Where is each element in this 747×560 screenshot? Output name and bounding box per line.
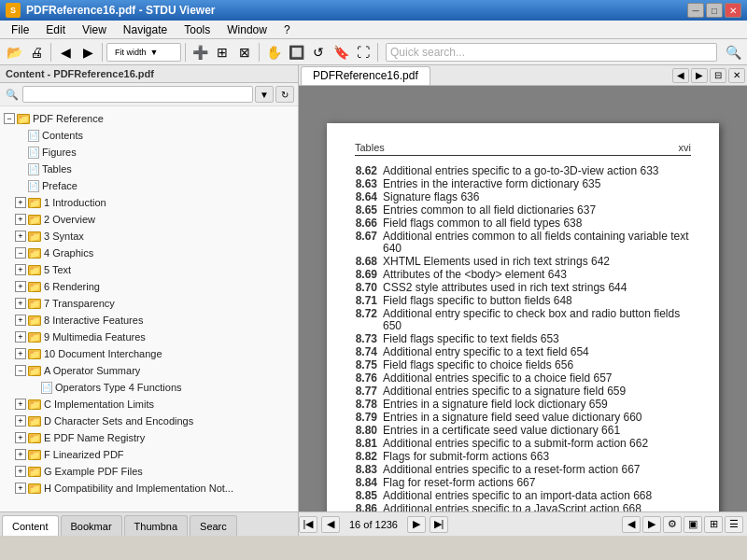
- tree-item-10docinterchange[interactable]: + 📁 10 Document Interchange: [0, 345, 298, 362]
- tree-item-8interactive[interactable]: + 📁 8 Interactive Features: [0, 312, 298, 329]
- tree-search-options[interactable]: ▼: [255, 86, 274, 103]
- hand-tool-button[interactable]: ✋: [263, 42, 284, 63]
- expand-icon[interactable]: −: [15, 247, 26, 259]
- prev-page-button[interactable]: ◀: [55, 42, 76, 63]
- menu-edit[interactable]: Edit: [38, 21, 73, 38]
- expand-icon[interactable]: +: [15, 281, 26, 292]
- expand-icon[interactable]: +: [15, 331, 26, 343]
- quick-search-box[interactable]: Quick search...: [386, 43, 717, 62]
- prev-page-button[interactable]: ◀: [321, 516, 340, 533]
- root-expand-icon[interactable]: −: [4, 113, 15, 124]
- expand-icon[interactable]: +: [15, 348, 26, 359]
- tree-item-4graphics[interactable]: − 📁 4 Graphics: [0, 245, 298, 261]
- tree-item-H[interactable]: + 📁 H Compatibility and Implementation N…: [0, 480, 298, 497]
- tree-item-6rendering[interactable]: + 📁 6 Rendering: [0, 278, 298, 295]
- table-row: 8.82Flags for submit-form actions 663: [355, 451, 691, 463]
- tab-bookmark[interactable]: Bookmar: [61, 515, 122, 536]
- tree-item-1intro[interactable]: + 📁 1 Introduction: [0, 194, 298, 211]
- table-num: 8.72: [355, 308, 383, 332]
- doc-tab-label: PDFReference16.pdf: [313, 69, 418, 82]
- table-desc: Additional entry specific to check box a…: [383, 308, 691, 332]
- prev-mark-button[interactable]: ◀: [622, 516, 641, 533]
- tree-item-D[interactable]: + 📁 D Character Sets and Encodings: [0, 413, 298, 429]
- print-button[interactable]: 🖨: [26, 42, 47, 63]
- doc-scroll[interactable]: Tables xvi 8.62Additional entries specif…: [299, 114, 747, 511]
- expand-icon[interactable]: +: [15, 264, 26, 275]
- tree-item-3syntax[interactable]: + 📁 3 Syntax: [0, 228, 298, 245]
- tree-item-A[interactable]: − 📁 A Operator Summary: [0, 362, 298, 379]
- zoom-out-button[interactable]: ➕: [190, 42, 210, 63]
- expand-icon[interactable]: +: [15, 231, 26, 242]
- tree-root[interactable]: − 📁 PDF Reference: [0, 110, 298, 127]
- expand-icon[interactable]: −: [15, 365, 26, 376]
- settings-button[interactable]: ⚙: [663, 516, 682, 533]
- minimize-button[interactable]: ─: [687, 3, 704, 18]
- fit-mode-dropdown[interactable]: Fit width ▼: [106, 43, 181, 62]
- expand-icon[interactable]: +: [15, 399, 26, 410]
- close-button[interactable]: ✕: [725, 3, 741, 18]
- menu-view[interactable]: View: [75, 21, 114, 38]
- root-folder-icon: 📁: [17, 114, 30, 124]
- close-doc-button[interactable]: ✕: [728, 68, 745, 83]
- restore-panel-button[interactable]: ⊟: [710, 68, 726, 83]
- fit-mode-label: Fit width: [115, 48, 147, 57]
- tree-item-preface[interactable]: 📄 Preface: [0, 177, 298, 194]
- menu-tools[interactable]: Tools: [176, 21, 218, 38]
- table-desc: Field flags specific to text fields 653: [383, 333, 691, 345]
- expand-icon[interactable]: +: [15, 415, 26, 427]
- view-double-button[interactable]: ⊞: [704, 516, 723, 533]
- menu-file[interactable]: File: [4, 21, 36, 38]
- tree-item-5text[interactable]: + 📁 5 Text: [0, 261, 298, 278]
- next-doc-button[interactable]: ▶: [691, 68, 708, 83]
- next-mark-button[interactable]: ▶: [642, 516, 661, 533]
- expand-icon[interactable]: +: [15, 214, 26, 225]
- table-num: 8.64: [355, 191, 383, 203]
- tree-item-tables[interactable]: 📄 Tables: [0, 161, 298, 177]
- tree-item-C[interactable]: + 📁 C Implementation Limits: [0, 396, 298, 413]
- table-desc: Entries in a signature field seed value …: [383, 412, 691, 424]
- prev-doc-button[interactable]: ◀: [672, 68, 689, 83]
- last-page-button[interactable]: ▶|: [430, 516, 448, 533]
- zoom-in-button[interactable]: ⊠: [234, 42, 255, 63]
- tab-content[interactable]: Content: [2, 515, 59, 536]
- menu-navigate[interactable]: Navigate: [116, 21, 175, 38]
- maximize-button[interactable]: □: [706, 3, 723, 18]
- first-page-button[interactable]: |◀: [299, 516, 317, 533]
- view-single-button[interactable]: ▣: [684, 516, 702, 533]
- select-tool-button[interactable]: 🔲: [286, 42, 306, 63]
- expand-icon[interactable]: +: [15, 483, 26, 494]
- next-page-nav-button[interactable]: ▶: [407, 516, 426, 533]
- tree-item-9multimedia[interactable]: + 📁 9 Multimedia Features: [0, 329, 298, 345]
- search-options-button[interactable]: 🔍: [723, 42, 743, 63]
- zoom-fit-button[interactable]: ⊞: [212, 42, 233, 63]
- tree-item-2overview[interactable]: + 📁 2 Overview: [0, 211, 298, 228]
- tree-item-contents[interactable]: 📄 Contents: [0, 127, 298, 144]
- toolbar-separator-2: [102, 43, 103, 62]
- tab-search[interactable]: Searc: [190, 515, 237, 536]
- tab-thumbnail[interactable]: Thumbna: [124, 515, 188, 536]
- tree-item-G[interactable]: + 📁 G Example PDF Files: [0, 463, 298, 480]
- doc-tab-main[interactable]: PDFReference16.pdf: [301, 66, 430, 85]
- tree-search-input[interactable]: [22, 86, 253, 103]
- tree-item-figures[interactable]: 📄 Figures: [0, 144, 298, 161]
- view-scroll-button[interactable]: ☰: [725, 516, 743, 533]
- tree-item-7transparency[interactable]: + 📁 7 Transparency: [0, 295, 298, 312]
- tree-search-icon[interactable]: 🔍: [4, 86, 21, 103]
- tree-item-E[interactable]: + 📁 E PDF Name Registry: [0, 429, 298, 446]
- expand-icon[interactable]: +: [15, 466, 26, 477]
- expand-icon[interactable]: +: [15, 298, 26, 309]
- tree-item-F[interactable]: + 📁 F Linearized PDF: [0, 446, 298, 463]
- refresh-button[interactable]: ↻: [275, 86, 294, 103]
- expand-icon[interactable]: +: [15, 449, 26, 460]
- rotate-button[interactable]: ↺: [308, 42, 329, 63]
- expand-icon[interactable]: +: [15, 432, 26, 443]
- menu-window[interactable]: Window: [219, 21, 275, 38]
- next-page-button[interactable]: ▶: [78, 42, 98, 63]
- fullscreen-button[interactable]: ⛶: [353, 42, 374, 63]
- tree-item-B-sub[interactable]: 📄 Operators Type 4 Functions: [0, 379, 298, 396]
- bookmark-button[interactable]: 🔖: [331, 42, 351, 63]
- open-button[interactable]: 📂: [4, 42, 24, 63]
- expand-icon[interactable]: +: [15, 197, 26, 208]
- menu-help[interactable]: ?: [276, 21, 298, 38]
- expand-icon[interactable]: +: [15, 315, 26, 326]
